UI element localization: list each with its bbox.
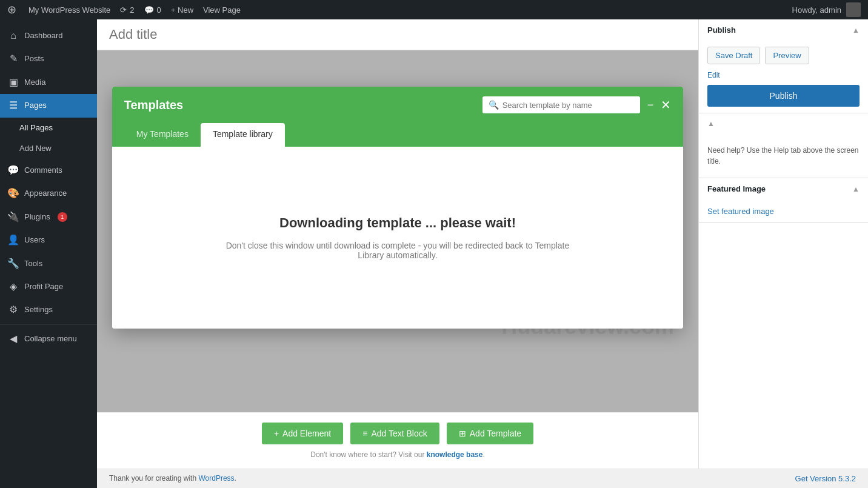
updates-icon: ⟳ [120,5,127,15]
sidebar-item-appearance[interactable]: 🎨 Appearance [0,182,97,205]
dashboard-icon: ⌂ [7,29,19,42]
sidebar-item-plugins[interactable]: 🔌 Plugins 1 [0,206,97,229]
wp-footer: Thank you for creating with WordPress. G… [97,469,868,488]
page-title-input[interactable] [109,27,686,42]
page-editor: Templates 🔍 − ✕ [97,19,868,469]
admin-bar-site[interactable]: My WordPress Website [28,5,110,15]
help-panel-body: Need help? Use the Help tab above the sc… [699,134,868,178]
save-draft-button[interactable]: Save Draft [707,47,760,64]
comments-icon: 💬 [144,5,154,15]
modal-overlay: Templates 🔍 − ✕ [97,50,698,412]
add-text-block-button[interactable]: ≡ Add Text Block [350,423,439,444]
admin-bar-updates[interactable]: ⟳ 2 [120,5,134,15]
wp-logo-icon[interactable]: ⊕ [7,3,16,16]
sidebar-item-label: Users [24,235,45,246]
sidebar-item-label: Add New [19,143,52,154]
search-input[interactable] [502,101,634,110]
sidebar-item-settings[interactable]: ⚙ Settings [0,298,97,321]
tab-template-library[interactable]: Template library [201,123,285,147]
publish-draft-preview: Save Draft Preview [707,47,860,64]
modal-search-box[interactable]: 🔍 [482,96,640,113]
editor-content: Templates 🔍 − ✕ [97,50,698,412]
site-name: My WordPress Website [28,5,110,15]
sidebar-item-users[interactable]: 👤 Users [0,229,97,252]
admin-bar-new[interactable]: + New [171,5,193,15]
sidebar-item-comments[interactable]: 💬 Comments [0,159,97,182]
comments-menu-icon: 💬 [7,164,19,177]
collapse-icon: ◀ [7,332,19,346]
templates-modal: Templates 🔍 − ✕ [112,87,683,329]
modal-header-right: 🔍 − ✕ [482,96,672,113]
settings-icon: ⚙ [7,303,19,316]
sidebar-item-label: Appearance [24,188,67,199]
add-element-button[interactable]: + Add Element [262,423,343,444]
sidebar-item-dashboard[interactable]: ⌂ Dashboard [0,24,97,47]
plugin-update-badge: 1 [58,212,67,222]
sidebar-item-profit-page[interactable]: ◈ Profit Page [0,275,97,298]
edit-link[interactable]: Edit [707,71,720,79]
plus-icon: + [274,429,279,438]
chevron-up-icon: ▲ [852,26,860,35]
featured-image-panel-body: Set featured image [699,199,868,222]
sidebar-item-posts[interactable]: ✎ Posts [0,47,97,70]
sidebar-item-label: Settings [24,304,53,315]
editor-hint: Don't know where to start? Visit our kno… [109,450,686,459]
sidebar-item-label: Pages [24,100,47,111]
modal-title: Templates [124,98,183,112]
version-link[interactable]: Get Version 5.3.2 [795,474,856,483]
admin-bar-right: Howdy, admin [792,2,861,17]
pages-icon: ☰ [7,99,19,112]
main-layout: ⌂ Dashboard ✎ Posts ▣ Media ☰ Pages All … [0,19,868,488]
publish-panel-body: Save Draft Preview Edit Publish [699,41,868,113]
admin-bar-howdy[interactable]: Howdy, admin [792,5,841,15]
close-button[interactable]: ✕ [661,99,671,111]
modal-body: Downloading template ... please wait! Do… [112,147,683,329]
appearance-icon: 🎨 [7,187,19,200]
content-area: Templates 🔍 − ✕ [97,19,868,488]
sidebar-item-pages[interactable]: ☰ Pages [0,94,97,117]
editor-main: Templates 🔍 − ✕ [97,19,698,469]
featured-image-title: Featured Image [707,184,766,193]
users-icon: 👤 [7,233,19,247]
wordpress-link[interactable]: WordPress [198,474,234,483]
admin-bar: ⊕ My WordPress Website ⟳ 2 💬 0 + New Vie… [0,0,868,19]
sidebar-item-label: Tools [24,258,42,269]
sidebar-item-label: All Pages [19,122,53,133]
sidebar-item-all-pages[interactable]: All Pages [0,118,97,138]
tools-icon: 🔧 [7,257,19,270]
publish-button[interactable]: Publish [707,85,860,107]
sidebar-item-label: Plugins [24,212,50,222]
preview-button[interactable]: Preview [765,47,809,64]
downloading-title: Downloading template ... please wait! [279,215,516,231]
publish-panel-title: Publish [707,25,736,35]
sidebar-divider [0,324,97,325]
add-template-button[interactable]: ⊞ Add Template [447,423,533,444]
set-featured-image-link[interactable]: Set featured image [707,207,774,216]
sidebar-item-label: Profit Page [24,281,63,292]
chevron-up-icon: ▲ [852,185,860,193]
publish-panel-header[interactable]: Publish ▲ [699,19,868,41]
editor-bottom-bar: + Add Element ≡ Add Text Block ⊞ Add Tem… [97,412,698,469]
tab-my-templates[interactable]: My Templates [124,123,201,147]
search-icon: 🔍 [489,100,499,110]
featured-image-panel-header[interactable]: Featured Image ▲ [699,178,868,199]
text-block-icon: ≡ [362,429,367,438]
help-panel-header[interactable]: ▲ [699,113,868,134]
modal-tabs: My Templates Template library [112,123,683,147]
sidebar-item-media[interactable]: ▣ Media [0,71,97,94]
sidebar-item-add-new[interactable]: Add New [0,138,97,159]
avatar [846,2,861,17]
sidebar-item-tools[interactable]: 🔧 Tools [0,252,97,275]
minimize-button[interactable]: − [647,99,654,110]
admin-bar-view-page[interactable]: View Page [203,5,241,15]
sidebar: ⌂ Dashboard ✎ Posts ▣ Media ☰ Pages All … [0,19,97,488]
admin-bar-comments[interactable]: 💬 0 [144,5,161,15]
profit-page-icon: ◈ [7,280,19,293]
knowledge-base-link[interactable]: knowledge base [427,450,483,459]
downloading-subtitle: Don't close this window until download i… [216,241,579,260]
plugins-icon: 🔌 [7,210,19,224]
editor-title-bar [97,19,698,50]
featured-image-panel: Featured Image ▲ Set featured image [699,178,868,223]
posts-icon: ✎ [7,52,19,65]
sidebar-item-collapse[interactable]: ◀ Collapse menu [0,327,97,350]
